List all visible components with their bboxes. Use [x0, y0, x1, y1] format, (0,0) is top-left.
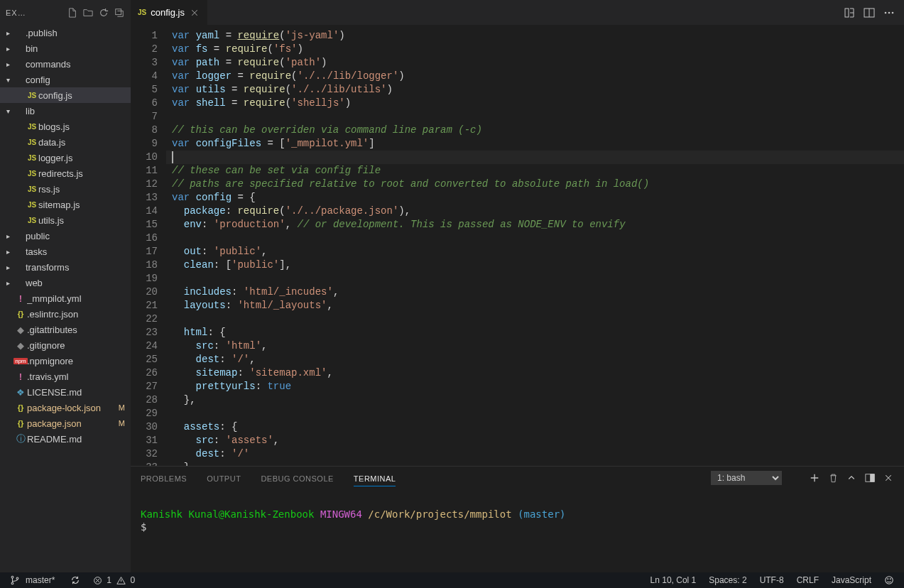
- file-icon: JS: [26, 123, 38, 131]
- tree-file[interactable]: npm.npmignore: [0, 353, 131, 369]
- tree-file[interactable]: {}package.jsonM: [0, 415, 131, 431]
- new-folder-icon[interactable]: [82, 7, 94, 18]
- panel-position-icon[interactable]: [864, 472, 876, 484]
- tree-file[interactable]: JSdata.js: [0, 134, 131, 150]
- terminal-content[interactable]: Kanishk Kunal@Kanishk-Zenbook MINGW64 /c…: [131, 489, 904, 572]
- svg-point-9: [11, 582, 13, 584]
- chevron-icon: ▸: [3, 29, 13, 37]
- new-file-icon[interactable]: [67, 7, 78, 18]
- file-icon: JS: [26, 201, 38, 209]
- tree-file[interactable]: ❖LICENSE.md: [0, 384, 131, 400]
- file-icon: {}: [14, 403, 27, 412]
- tree-item-label: data.js: [38, 137, 131, 148]
- compare-changes-icon[interactable]: [843, 6, 856, 19]
- status-indentation[interactable]: Spaces: 2: [706, 572, 749, 588]
- scm-decoration: M: [119, 403, 131, 412]
- line-numbers: 1234567891011121314151617181920212223242…: [131, 25, 166, 466]
- file-icon: {}: [14, 419, 27, 428]
- terminal-select[interactable]: 1: bash: [711, 471, 782, 485]
- tree-file[interactable]: {}.eslintrc.json: [0, 306, 131, 322]
- refresh-icon[interactable]: [98, 7, 109, 18]
- tree-file[interactable]: ◆.gitattributes: [0, 322, 131, 337]
- tab-label: config.js: [151, 7, 185, 18]
- tree-file[interactable]: JSblogs.js: [0, 119, 131, 134]
- tab-problems[interactable]: PROBLEMS: [141, 470, 187, 486]
- close-tab-icon[interactable]: [189, 7, 200, 18]
- status-eol[interactable]: CRLF: [794, 572, 822, 588]
- file-icon: ◆: [14, 340, 27, 351]
- tree-folder[interactable]: ▾config: [0, 72, 131, 87]
- tree-item-label: web: [26, 278, 131, 288]
- tree-file[interactable]: ⓘREADME.md: [0, 431, 131, 447]
- new-terminal-icon[interactable]: [809, 472, 820, 484]
- tab-config-js[interactable]: JS config.js: [131, 0, 207, 25]
- svg-point-13: [888, 579, 888, 579]
- tree-file[interactable]: JSconfig.js: [0, 87, 131, 103]
- file-icon: {}: [14, 310, 27, 318]
- tab-terminal[interactable]: TERMINAL: [354, 470, 396, 486]
- close-panel-icon[interactable]: [883, 472, 894, 484]
- tree-file[interactable]: !_mmpilot.yml: [0, 290, 131, 306]
- tree-item-label: .eslintrc.json: [27, 309, 131, 320]
- tree-folder[interactable]: ▸commands: [0, 56, 131, 72]
- kill-terminal-icon[interactable]: [827, 472, 839, 484]
- tree-folder[interactable]: ▸public: [0, 228, 131, 244]
- file-icon: npm: [14, 358, 27, 364]
- file-icon: !: [14, 371, 27, 382]
- explorer-header: EX…: [0, 0, 131, 25]
- svg-rect-1: [845, 9, 849, 17]
- tree-item-label: rss.js: [38, 184, 131, 195]
- chevron-icon: ▾: [3, 107, 13, 115]
- collapse-all-icon[interactable]: [114, 7, 125, 18]
- status-sync-icon[interactable]: [67, 572, 83, 588]
- tree-file[interactable]: ◆.gitignore: [0, 337, 131, 353]
- tree-file[interactable]: JSredirects.js: [0, 165, 131, 181]
- tree-item-label: .publish: [26, 28, 131, 38]
- tree-folder[interactable]: ▸web: [0, 275, 131, 290]
- status-problems[interactable]: 1 0: [90, 572, 141, 588]
- tree-item-label: redirects.js: [38, 168, 131, 179]
- tree-item-label: .gitattributes: [27, 325, 131, 335]
- tab-debug-console[interactable]: DEBUG CONSOLE: [261, 470, 333, 486]
- status-language[interactable]: JavaScript: [829, 572, 874, 588]
- svg-rect-0: [116, 9, 121, 14]
- tree-item-label: blogs.js: [38, 121, 131, 132]
- svg-point-3: [885, 11, 887, 13]
- svg-point-5: [892, 11, 894, 13]
- svg-rect-7: [871, 474, 874, 482]
- tree-file[interactable]: !.travis.yml: [0, 369, 131, 384]
- file-tree[interactable]: ▸.publish▸bin▸commands▾configJSconfig.js…: [0, 25, 131, 572]
- status-feedback-icon[interactable]: [881, 572, 897, 588]
- panel-tabs: PROBLEMS OUTPUT DEBUG CONSOLE TERMINAL 1…: [131, 467, 904, 489]
- tree-item-label: README.md: [27, 434, 131, 445]
- tree-folder[interactable]: ▸bin: [0, 40, 131, 56]
- svg-point-8: [11, 576, 13, 578]
- tree-folder[interactable]: ▸transforms: [0, 259, 131, 275]
- file-icon: JS: [26, 92, 38, 99]
- tree-file[interactable]: JSsitemap.js: [0, 197, 131, 212]
- code-content[interactable]: var yaml = require('js-yaml')var fs = re…: [166, 25, 904, 466]
- tree-folder[interactable]: ▸.publish: [0, 25, 131, 40]
- tree-item-label: .travis.yml: [27, 371, 131, 382]
- tree-folder[interactable]: ▸tasks: [0, 244, 131, 259]
- tree-folder[interactable]: ▾lib: [0, 103, 131, 119]
- tree-file[interactable]: {}package-lock.jsonM: [0, 400, 131, 415]
- tree-file[interactable]: JSlogger.js: [0, 150, 131, 165]
- scm-decoration: M: [119, 419, 131, 428]
- more-actions-icon[interactable]: [883, 6, 895, 19]
- tab-output[interactable]: OUTPUT: [207, 470, 241, 486]
- tree-file[interactable]: JSrss.js: [0, 181, 131, 197]
- svg-point-4: [888, 11, 891, 13]
- tree-file[interactable]: JSutils.js: [0, 212, 131, 228]
- maximize-panel-icon[interactable]: [846, 472, 857, 484]
- status-encoding[interactable]: UTF-8: [757, 572, 787, 588]
- split-editor-icon[interactable]: [863, 6, 876, 19]
- file-icon: JS: [26, 170, 38, 178]
- file-icon: ◆: [14, 325, 27, 335]
- status-cursor-position[interactable]: Ln 10, Col 1: [648, 572, 699, 588]
- explorer-title: EX…: [6, 9, 62, 17]
- editor[interactable]: 1234567891011121314151617181920212223242…: [131, 25, 904, 466]
- svg-point-12: [886, 577, 893, 584]
- tree-item-label: logger.js: [38, 153, 131, 163]
- status-git-branch[interactable]: master*: [7, 572, 60, 588]
